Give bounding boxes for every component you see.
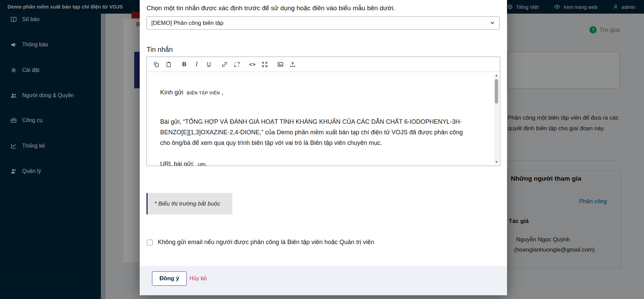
template-select-wrap: [DEMO] Phân công biên tập	[147, 16, 500, 30]
message-label: Tin nhắn	[147, 46, 173, 54]
bold-icon[interactable]: B	[178, 59, 190, 70]
required-field-note: * Biểu thị trường bắt buộc	[147, 193, 232, 214]
code-icon[interactable]: <>	[246, 59, 259, 70]
suppress-email-row: Không gửi email nếu người được phân công…	[147, 239, 488, 246]
assign-editor-modal: Chọn một tin nhắn được xác định trước để…	[140, 0, 507, 295]
url-line: URL bài gửi: URL	[160, 159, 474, 166]
scroll-up-icon[interactable]: ▲	[494, 73, 499, 78]
copy-icon[interactable]	[150, 59, 163, 70]
fullscreen-icon[interactable]	[259, 59, 271, 70]
upload-icon[interactable]	[287, 59, 299, 70]
editor-toolbar: B I U <>	[147, 57, 500, 72]
editor-content[interactable]: Kính gửi BIÊN TẬP VIÊN , Bài gửi, “TỔNG …	[147, 72, 500, 166]
predefined-message-instruction: Chọn một tin nhắn được xác định trước để…	[147, 4, 491, 12]
image-icon[interactable]	[274, 59, 287, 70]
suppress-email-label[interactable]: Không gửi email nếu người được phân công…	[158, 239, 374, 246]
greeting-line: Kính gửi BIÊN TẬP VIÊN ,	[160, 87, 474, 99]
template-variable: BIÊN TẬP VIÊN	[187, 91, 220, 95]
italic-icon[interactable]: I	[190, 59, 203, 70]
underline-icon[interactable]: U	[203, 59, 215, 70]
editor-scrollbar[interactable]: ▲ ▼	[494, 73, 499, 164]
predefined-message-select[interactable]: [DEMO] Phân công biên tập	[147, 16, 500, 30]
rich-text-editor: B I U <> Kính gửi BIÊN TẬP VIÊN , Bài gử…	[147, 57, 500, 166]
suppress-email-checkbox[interactable]	[147, 240, 153, 245]
modal-footer: Đồng ý Hủy bỏ	[140, 266, 507, 295]
scrollbar-thumb[interactable]	[495, 79, 498, 104]
ok-button[interactable]: Đồng ý	[152, 271, 187, 286]
cancel-link[interactable]: Hủy bỏ	[189, 275, 207, 282]
template-variable: URL	[198, 162, 207, 166]
message-body: Bài gửi, “TỔNG HỢP VÀ ĐÁNH GIÁ HOẠT TÍNH…	[160, 117, 474, 148]
scroll-down-icon[interactable]: ▼	[494, 160, 499, 164]
paste-icon[interactable]	[163, 59, 175, 70]
unlink-icon[interactable]	[231, 59, 243, 70]
link-icon[interactable]	[218, 59, 231, 70]
